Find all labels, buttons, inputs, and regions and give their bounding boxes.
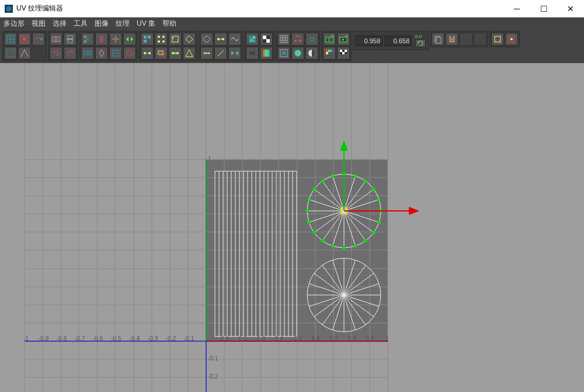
- svg-text:0.2: 0.2: [239, 335, 247, 342]
- tool-update-psd[interactable]: PSD: [337, 33, 350, 46]
- tool-flip-v[interactable]: [64, 33, 77, 46]
- tool-pixel-snap[interactable]: [305, 33, 318, 46]
- toolgroup-edit: [430, 31, 488, 47]
- tool-unfold-along[interactable]: [200, 47, 213, 60]
- tool-shell-select[interactable]: [4, 47, 17, 60]
- tool-smudge[interactable]: [32, 33, 45, 46]
- svg-line-36: [128, 51, 131, 55]
- tool-snapshot[interactable]: PSD: [323, 33, 336, 46]
- svg-point-1: [6, 6, 12, 11]
- viewport[interactable]: -1-0.9-0.8-0.7-0.6-0.5-0.4-0.3-0.2-0.1 0…: [0, 63, 584, 392]
- tool-split[interactable]: [109, 33, 122, 46]
- svg-rect-39: [144, 40, 147, 43]
- tool-shade-faces[interactable]: [291, 47, 304, 60]
- tool-trash[interactable]: [474, 33, 486, 46]
- svg-rect-7: [40, 38, 43, 40]
- tool-refresh[interactable]: [415, 39, 426, 47]
- svg-rect-8: [7, 50, 14, 57]
- svg-point-61: [204, 53, 206, 54]
- svg-rect-73: [266, 39, 270, 43]
- tool-relax[interactable]: [228, 33, 241, 46]
- tool-grid[interactable]: [277, 33, 290, 46]
- svg-point-53: [174, 52, 176, 54]
- tool-symmetrize[interactable]: [228, 47, 241, 60]
- tool-dim[interactable]: [246, 47, 259, 60]
- svg-point-216: [377, 221, 381, 224]
- tool-cut[interactable]: [81, 33, 94, 46]
- menu-polygon[interactable]: 多边形: [4, 19, 25, 29]
- svg-rect-109: [464, 37, 468, 43]
- tool-optimize[interactable]: [214, 33, 227, 46]
- tool-orient[interactable]: [183, 47, 196, 60]
- tool-align[interactable]: [141, 47, 154, 60]
- svg-point-113: [495, 40, 496, 41]
- svg-marker-45: [172, 36, 175, 39]
- svg-point-225: [305, 209, 309, 213]
- tool-stack[interactable]: [155, 47, 168, 60]
- tool-sew[interactable]: [95, 33, 108, 46]
- maximize-button[interactable]: ☐: [530, 0, 557, 18]
- toolgroup-selection: [2, 31, 47, 61]
- tool-create-shell[interactable]: [109, 47, 122, 60]
- tool-image-ratio[interactable]: [260, 47, 273, 60]
- menu-image[interactable]: 图像: [95, 19, 109, 29]
- minimize-button[interactable]: ─: [503, 0, 530, 18]
- tool-paste[interactable]: [446, 33, 458, 46]
- svg-point-220: [342, 246, 346, 249]
- tool-delete[interactable]: [460, 33, 472, 46]
- svg-marker-28: [126, 37, 128, 41]
- menu-help[interactable]: 帮助: [162, 19, 176, 29]
- menu-view[interactable]: 视图: [32, 19, 46, 29]
- menu-uvset[interactable]: UV 集: [137, 19, 155, 29]
- svg-rect-37: [144, 36, 147, 39]
- svg-point-42: [158, 40, 160, 43]
- menu-texture[interactable]: 纹理: [116, 19, 130, 29]
- svg-point-114: [499, 40, 500, 41]
- input-u[interactable]: 0.958: [356, 36, 383, 46]
- svg-line-64: [218, 50, 224, 56]
- tool-normalize[interactable]: [169, 33, 182, 46]
- tool-frame[interactable]: [277, 47, 290, 60]
- tool-separate[interactable]: [81, 47, 94, 60]
- menu-select[interactable]: 选择: [53, 19, 67, 29]
- tool-move-sew[interactable]: [95, 47, 108, 60]
- svg-text:0.9: 0.9: [366, 335, 374, 342]
- tool-snap[interactable]: [155, 33, 168, 46]
- tool-checker[interactable]: [260, 33, 273, 46]
- tool-shortest-edge[interactable]: [18, 47, 31, 60]
- tool-layout[interactable]: [141, 33, 154, 46]
- svg-text:PSD: PSD: [345, 34, 348, 38]
- app-icon: [5, 5, 13, 13]
- tool-rotate-cw[interactable]: [64, 47, 77, 60]
- tool-isolate2[interactable]: [505, 33, 518, 46]
- svg-rect-75: [263, 50, 270, 57]
- svg-marker-10: [57, 37, 60, 41]
- tool-del-move[interactable]: [123, 47, 136, 60]
- tool-image-display[interactable]: [246, 33, 259, 46]
- svg-text:-1: -1: [23, 335, 29, 342]
- tool-texture-borders[interactable]: [323, 47, 336, 60]
- tool-unitize[interactable]: [183, 33, 196, 46]
- tool-distribute[interactable]: [169, 47, 182, 60]
- menu-tool[interactable]: 工具: [74, 19, 88, 29]
- tool-checker2[interactable]: [337, 47, 350, 60]
- input-v[interactable]: 0.658: [385, 36, 412, 46]
- tool-rotate-ccw[interactable]: [50, 47, 62, 60]
- tool-snap-grid[interactable]: [291, 33, 304, 46]
- tool-straighten[interactable]: [214, 47, 227, 60]
- svg-rect-76: [280, 36, 287, 43]
- tool-copy[interactable]: [432, 33, 444, 46]
- tool-tweak[interactable]: [18, 33, 31, 46]
- svg-point-217: [372, 231, 376, 234]
- svg-text:1: 1: [208, 155, 211, 162]
- svg-rect-51: [159, 52, 164, 55]
- tool-isolate[interactable]: [491, 33, 504, 46]
- svg-rect-72: [263, 39, 266, 43]
- tool-flip-u[interactable]: [50, 33, 62, 46]
- tool-unfold[interactable]: [200, 33, 213, 46]
- close-button[interactable]: ✕: [557, 0, 584, 18]
- svg-rect-108: [451, 36, 453, 37]
- tool-view-contained[interactable]: [305, 47, 318, 60]
- tool-merge[interactable]: [123, 33, 136, 46]
- tool-uv-lattice[interactable]: [4, 33, 17, 46]
